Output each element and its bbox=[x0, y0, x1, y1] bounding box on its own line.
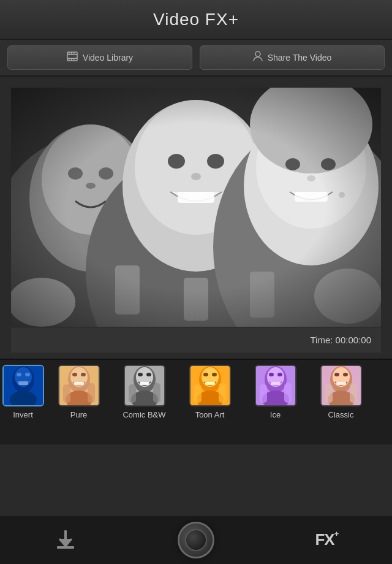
svg-rect-6 bbox=[69, 59, 70, 61]
time-bar: Time: 00:00:00 bbox=[11, 327, 381, 352]
svg-rect-80 bbox=[260, 384, 267, 403]
time-display: Time: 00:00:00 bbox=[311, 335, 372, 345]
svg-point-77 bbox=[277, 373, 282, 376]
svg-rect-72 bbox=[219, 383, 226, 403]
fx-label-invert: Invert bbox=[13, 410, 33, 419]
svg-rect-81 bbox=[284, 383, 292, 403]
fx-plus-button[interactable]: FX+ bbox=[302, 522, 351, 558]
fx-thumbnail-classic bbox=[320, 365, 362, 406]
svg-rect-53 bbox=[63, 384, 70, 403]
svg-rect-63 bbox=[153, 383, 160, 403]
video-container: Time: 00:00:00 bbox=[0, 77, 392, 352]
svg-rect-69 bbox=[205, 382, 215, 385]
fx-thumbnail-ice bbox=[255, 365, 296, 406]
svg-point-50 bbox=[81, 373, 86, 376]
svg-point-76 bbox=[269, 373, 274, 376]
svg-point-43 bbox=[25, 373, 30, 376]
fx-plus-label: FX+ bbox=[315, 530, 338, 549]
svg-point-9 bbox=[255, 51, 260, 56]
svg-point-68 bbox=[212, 373, 217, 376]
fx-item-pure[interactable]: Pure bbox=[46, 365, 111, 419]
svg-rect-7 bbox=[71, 59, 72, 61]
fx-filter-strip: Invert Pure bbox=[0, 359, 392, 444]
fx-label-comic-bw: Comic B&W bbox=[123, 410, 165, 419]
app-header: Video FX+ bbox=[0, 0, 392, 40]
film-icon bbox=[67, 51, 78, 64]
svg-point-86 bbox=[343, 373, 348, 376]
svg-rect-44 bbox=[18, 381, 28, 385]
svg-rect-4 bbox=[71, 52, 72, 54]
fx-label-classic: Classic bbox=[328, 410, 354, 419]
bottom-toolbar: FX+ bbox=[0, 515, 392, 564]
fx-thumbnail-pure bbox=[58, 365, 100, 406]
svg-rect-5 bbox=[74, 52, 75, 54]
svg-rect-87 bbox=[336, 382, 346, 385]
fx-thumbnail-comic-bw bbox=[124, 365, 165, 406]
svg-point-49 bbox=[72, 373, 77, 376]
app-title: Video FX+ bbox=[153, 10, 239, 29]
download-button[interactable] bbox=[41, 522, 90, 558]
fx-label-ice: Ice bbox=[270, 410, 281, 419]
camera-button[interactable] bbox=[172, 522, 221, 558]
video-frame bbox=[11, 88, 381, 327]
svg-point-67 bbox=[203, 373, 208, 376]
share-video-button[interactable]: Share The Video bbox=[200, 45, 385, 70]
camera-lens bbox=[185, 529, 207, 551]
svg-point-42 bbox=[17, 373, 21, 376]
fx-item-comic-bw[interactable]: Comic B&W bbox=[111, 365, 177, 419]
fx-item-toon-art[interactable]: Toon Art bbox=[177, 365, 243, 419]
video-library-button[interactable]: Video Library bbox=[7, 45, 192, 70]
svg-rect-1 bbox=[67, 54, 77, 55]
fx-label-toon-art: Toon Art bbox=[195, 410, 225, 419]
svg-rect-51 bbox=[74, 382, 84, 385]
main-toolbar: Video Library Share The Video bbox=[0, 40, 392, 77]
svg-rect-8 bbox=[74, 59, 75, 61]
svg-rect-60 bbox=[140, 382, 149, 385]
fx-label-pure: Pure bbox=[70, 410, 87, 419]
svg-point-85 bbox=[334, 373, 339, 376]
video-preview bbox=[11, 88, 381, 327]
fx-item-ice[interactable]: Ice bbox=[243, 365, 308, 419]
svg-rect-3 bbox=[69, 52, 70, 54]
fx-item-invert[interactable]: Invert bbox=[0, 365, 46, 419]
svg-point-59 bbox=[146, 373, 151, 376]
camera-body bbox=[178, 522, 214, 558]
share-video-label: Share The Video bbox=[268, 53, 332, 63]
svg-rect-71 bbox=[194, 384, 202, 403]
svg-rect-78 bbox=[271, 382, 281, 385]
fx-thumbnail-toon-art bbox=[189, 365, 231, 406]
svg-rect-89 bbox=[325, 384, 333, 403]
video-library-label: Video Library bbox=[83, 53, 133, 63]
svg-rect-62 bbox=[129, 384, 136, 403]
fx-item-classic[interactable]: Classic bbox=[308, 365, 374, 419]
svg-rect-54 bbox=[88, 383, 95, 403]
fx-thumbnail-invert bbox=[2, 365, 44, 406]
svg-rect-90 bbox=[350, 383, 357, 403]
svg-point-58 bbox=[138, 373, 143, 376]
person-icon bbox=[253, 51, 263, 64]
svg-rect-38 bbox=[11, 88, 381, 327]
